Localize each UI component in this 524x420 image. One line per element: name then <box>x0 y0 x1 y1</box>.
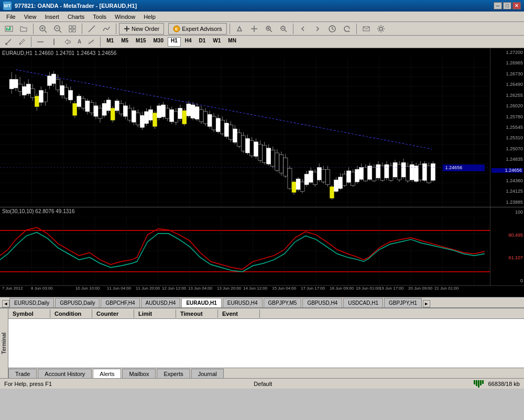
tb-line-studies[interactable] <box>85 23 99 35</box>
svg-rect-185 <box>246 138 250 153</box>
svg-rect-217 <box>313 172 317 185</box>
tabs-scroll-right[interactable]: ► <box>423 300 430 307</box>
tf-h1[interactable]: H1 <box>168 37 181 47</box>
tb-zoom-in[interactable] <box>36 23 50 35</box>
svg-rect-189 <box>254 142 258 157</box>
svg-rect-149 <box>170 109 174 121</box>
price-tick-15: 1.23885 <box>492 200 523 205</box>
svg-rect-79 <box>22 86 26 95</box>
tab-usdcad-h1[interactable]: USDCAD,H1 <box>343 298 383 307</box>
tab-eurusd-daily[interactable]: EURUSD,Daily <box>9 298 54 307</box>
tb-pencil[interactable] <box>16 36 28 48</box>
tb-settings[interactable] <box>374 23 388 35</box>
svg-rect-139 <box>149 109 153 120</box>
svg-rect-155 <box>182 110 187 124</box>
tb-indicator[interactable] <box>100 23 113 35</box>
tf-m5[interactable]: M5 <box>118 37 132 47</box>
close-button[interactable]: ✕ <box>512 2 521 9</box>
tb-open[interactable] <box>17 23 30 35</box>
stoch-chart-body[interactable]: Sto(30,10,10) 62.8076 49.1316 <box>0 207 490 285</box>
tb-crosshair[interactable] <box>247 23 261 35</box>
svg-rect-87 <box>39 91 43 103</box>
tab-gbpjpy-m5[interactable]: GBPJPY,M5 <box>264 298 302 307</box>
tab-eurusd-h4[interactable]: EURUSD,H4 <box>223 298 263 307</box>
time-label-7: 13 Jun 04:00 <box>188 286 212 291</box>
col-limit: Limit <box>134 310 176 318</box>
terminal-tab-alerts[interactable]: Alerts <box>93 369 121 378</box>
expert-advisors-button[interactable]: E Expert Advisors <box>168 23 226 35</box>
menu-view[interactable]: View <box>20 13 41 21</box>
svg-rect-89 <box>43 92 47 102</box>
svg-line-38 <box>89 40 94 44</box>
tb-zoom-out2[interactable] <box>277 23 290 35</box>
terminal-main: Terminal Symbol Condition Counter Limit … <box>0 308 524 378</box>
menu-file[interactable]: File <box>2 13 20 21</box>
price-chart-body[interactable]: EURAUD,H1 1.24660 1.24701 1.24643 1.2465… <box>0 48 490 207</box>
stoch-tick-overbought: 80.495 <box>492 233 523 238</box>
tab-gbpjpy-h1[interactable]: GBPJPY,H1 <box>384 298 422 307</box>
svg-rect-181 <box>237 132 241 146</box>
tb-properties[interactable] <box>66 23 79 35</box>
app-icon: MT <box>3 2 12 10</box>
minimize-button[interactable]: ─ <box>494 2 502 9</box>
tab-audusd-h4[interactable]: AUDUSD,H4 <box>141 298 181 307</box>
svg-rect-83 <box>30 89 35 98</box>
time-label-5: 11 Jun 20:00 <box>136 286 160 291</box>
svg-rect-199 <box>275 153 279 170</box>
tb-draw-line[interactable] <box>2 36 15 48</box>
tf-d1[interactable]: D1 <box>196 37 209 47</box>
tb-email[interactable] <box>359 23 373 35</box>
menu-insert[interactable]: Insert <box>40 13 63 21</box>
svg-rect-95 <box>56 79 60 90</box>
terminal-tab-experts[interactable]: Experts <box>157 369 190 378</box>
tf-h4[interactable]: H4 <box>182 37 195 47</box>
tb-fib[interactable] <box>85 36 97 48</box>
tab-euraud-h1[interactable]: EURAUD,H1 <box>181 298 221 307</box>
svg-rect-263 <box>410 164 414 180</box>
tb-vert-line[interactable] <box>48 36 60 48</box>
menu-tools[interactable]: Tools <box>89 13 111 21</box>
svg-line-15 <box>89 26 95 32</box>
terminal-tab-journal[interactable]: Journal <box>191 369 224 378</box>
tb-new-chart[interactable] <box>2 23 16 35</box>
tb-arrow-tool[interactable] <box>61 36 74 48</box>
svg-rect-251 <box>385 164 389 178</box>
tb-arrow[interactable] <box>233 23 246 35</box>
terminal-tab-account-history[interactable]: Account History <box>38 369 92 378</box>
toolbar-separator-6 <box>356 24 357 34</box>
col-condition: Condition <box>50 310 92 318</box>
tb-scroll-left[interactable] <box>296 23 310 35</box>
tf-m30[interactable]: M30 <box>150 37 167 47</box>
window-controls: ─ □ ✕ <box>494 2 521 9</box>
tabs-scroll-left[interactable]: ◄ <box>2 300 9 307</box>
tb-zoom-out[interactable] <box>51 23 64 35</box>
tb-history[interactable] <box>325 23 339 35</box>
tb-refresh[interactable] <box>340 23 354 35</box>
terminal-tab-trade[interactable]: Trade <box>8 369 37 378</box>
chart-info-bar: EURAUD,H1 1.24660 1.24701 1.24643 1.2465… <box>0 48 490 58</box>
toolbar-separator-3 <box>116 24 116 34</box>
svg-rect-219 <box>317 168 321 180</box>
time-label-14: 19 Jun 17:00 <box>379 286 403 291</box>
tf-mn[interactable]: MN <box>225 37 239 47</box>
menu-help[interactable]: Help <box>139 13 160 21</box>
title-text: 977821: OANDA - MetaTrader - [EURAUD,H1] <box>15 3 494 9</box>
tf-m1[interactable]: M1 <box>103 37 117 47</box>
new-order-button[interactable]: New Order <box>119 23 164 35</box>
tab-gbpusd-daily[interactable]: GBPUSD,Daily <box>55 298 100 307</box>
tb-text[interactable]: A <box>75 36 84 48</box>
menu-charts[interactable]: Charts <box>63 13 89 21</box>
terminal-tab-mailbox[interactable]: Mailbox <box>122 369 156 378</box>
toolbar-separator-5 <box>293 24 293 34</box>
tb-horiz-line[interactable] <box>34 36 47 48</box>
tb-zoom-mag[interactable] <box>262 23 276 35</box>
tf-m15[interactable]: M15 <box>133 37 149 47</box>
chart-symbol: EURAUD,H1 <box>2 50 32 56</box>
menu-window[interactable]: Window <box>111 13 139 21</box>
tb-scroll-right[interactable] <box>311 23 324 35</box>
maximize-button[interactable]: □ <box>503 2 511 9</box>
tf-w1[interactable]: W1 <box>210 37 224 47</box>
tab-gbpchf-h4[interactable]: GBPCHF,H4 <box>101 298 139 307</box>
svg-rect-107 <box>81 98 85 108</box>
tab-gbpusd-h4[interactable]: GBPUSD,H4 <box>302 298 342 307</box>
